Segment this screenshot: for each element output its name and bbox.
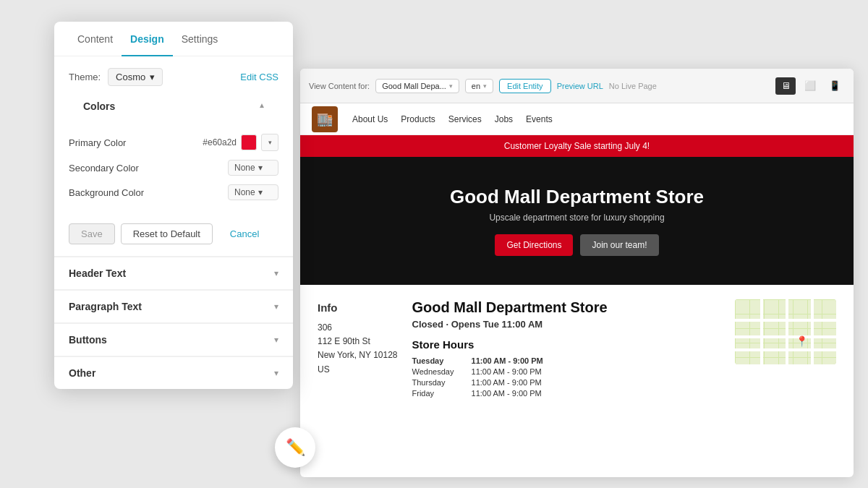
nav-about[interactable]: About Us [352, 114, 388, 124]
theme-left: Theme: Cosmo ▾ [69, 68, 163, 86]
tab-design-label: Design [130, 33, 164, 45]
hours-time-3: 11:00 AM - 9:00 PM [472, 389, 542, 398]
map-thumbnail: 📍 [735, 299, 836, 364]
tab-settings[interactable]: Settings [173, 22, 227, 56]
tablet-icon[interactable]: ⬜ [800, 77, 820, 95]
primary-color-right: #e60a2d ▾ [203, 134, 278, 151]
theme-row: Theme: Cosmo ▾ Edit CSS [69, 68, 278, 86]
save-button[interactable]: Save [69, 223, 115, 244]
hours-row-thu: Thursday 11:00 AM - 9:00 PM [412, 378, 720, 387]
header-text-title: Header Text [69, 267, 126, 279]
paragraph-text-section: Paragraph Text ▾ [54, 289, 293, 322]
buttons-section: Buttons ▾ [54, 322, 293, 356]
tab-settings-label: Settings [182, 33, 218, 45]
panel-tabs: Content Design Settings [54, 22, 293, 56]
address-line1: 306 [318, 321, 398, 335]
map-road-v2 [786, 299, 788, 364]
store-info-section: Info 306 112 E 90th St New York, NY 1012… [300, 285, 854, 414]
hours-time-2: 11:00 AM - 9:00 PM [472, 378, 542, 387]
background-color-dropdown[interactable]: None ▾ [228, 184, 278, 200]
hero-section: Good Mall Department Store Upscale depar… [300, 157, 854, 285]
theme-select[interactable]: Cosmo ▾ [108, 68, 163, 86]
buttons-chevron-icon: ▾ [274, 335, 278, 345]
background-color-label: Background Color [69, 187, 144, 198]
nav-products[interactable]: Products [401, 114, 435, 124]
hours-title: Store Hours [412, 338, 720, 351]
address-section: Info 306 112 E 90th St New York, NY 1012… [318, 299, 398, 400]
paragraph-text-header[interactable]: Paragraph Text ▾ [54, 290, 293, 322]
theme-chevron-icon: ▾ [150, 72, 155, 82]
reset-button[interactable]: Reset to Default [121, 223, 213, 244]
promo-banner: Customer Loyalty Sale starting July 4! [300, 135, 854, 157]
colors-body: Primary Color #e60a2d ▾ Secondary Color … [54, 134, 293, 221]
site-nav: 🏬 About Us Products Services Jobs Events [300, 103, 854, 135]
store-dropdown[interactable]: Good Mall Depa... ▾ [375, 79, 459, 93]
map-grid: 📍 [735, 299, 836, 364]
secondary-color-row: Secondary Color None ▾ [69, 160, 278, 176]
colors-section-header[interactable]: Colors ▾ [69, 98, 278, 122]
background-color-right: None ▾ [228, 184, 278, 200]
header-text-header[interactable]: Header Text ▾ [54, 257, 293, 289]
header-text-chevron-icon: ▾ [274, 268, 278, 278]
primary-color-row: Primary Color #e60a2d ▾ [69, 134, 278, 151]
hero-title: Good Mall Department Store [315, 186, 839, 208]
fab-edit-icon: ✏️ [286, 438, 305, 457]
lang-dropdown-chevron: ▾ [483, 82, 487, 90]
other-section: Other ▾ [54, 356, 293, 389]
store-dropdown-chevron: ▾ [449, 82, 453, 90]
hours-row-tue: Tuesday 11:00 AM - 9:00 PM [412, 356, 720, 365]
paragraph-text-title: Paragraph Text [69, 301, 142, 312]
primary-color-value: #e60a2d [203, 137, 237, 147]
tab-content-label: Content [77, 33, 113, 45]
panel-body: Theme: Cosmo ▾ Edit CSS Colors ▾ [54, 56, 293, 134]
tab-design[interactable]: Design [122, 22, 173, 56]
other-section-title: Other [69, 367, 95, 379]
hours-day-0: Tuesday [412, 356, 463, 365]
secondary-color-dropdown[interactable]: None ▾ [228, 160, 278, 176]
primary-color-dropdown[interactable]: ▾ [261, 134, 278, 151]
join-team-button[interactable]: Join our team! [580, 234, 658, 256]
promo-text: Customer Loyalty Sale starting July 4! [504, 141, 650, 151]
design-panel: Content Design Settings Theme: Cosmo ▾ E… [54, 22, 293, 389]
edit-entity-button[interactable]: Edit Entity [499, 79, 551, 93]
cancel-button[interactable]: Cancel [218, 223, 271, 244]
address-line3: New York, NY 10128 [318, 348, 398, 362]
primary-color-swatch[interactable] [241, 134, 257, 150]
mobile-icon[interactable]: 📱 [825, 77, 845, 95]
hours-time-0: 11:00 AM - 9:00 PM [472, 356, 543, 365]
buttons-section-title: Buttons [69, 334, 107, 346]
site-logo: 🏬 [312, 106, 338, 132]
map-road-v3 [811, 299, 814, 364]
nav-events[interactable]: Events [526, 114, 553, 124]
action-buttons: Save Reset to Default Cancel [54, 221, 293, 256]
hours-row-wed: Wednesday 11:00 AM - 9:00 PM [412, 367, 720, 376]
background-color-value: None [234, 187, 255, 197]
other-section-header[interactable]: Other ▾ [54, 356, 293, 389]
background-color-row: Background Color None ▾ [69, 184, 278, 200]
hours-day-3: Friday [412, 389, 463, 398]
secondary-color-right: None ▾ [228, 160, 278, 176]
lang-dropdown[interactable]: en ▾ [465, 79, 493, 93]
tab-content[interactable]: Content [69, 22, 122, 56]
hours-table: Tuesday 11:00 AM - 9:00 PM Wednesday 11:… [412, 356, 720, 398]
buttons-section-header[interactable]: Buttons ▾ [54, 323, 293, 356]
map-pin: 📍 [796, 335, 808, 347]
device-icons: 🖥 ⬜ 📱 [775, 77, 845, 95]
get-directions-button[interactable]: Get Directions [495, 234, 573, 256]
paragraph-text-chevron-icon: ▾ [274, 301, 278, 312]
edit-css-button[interactable]: Edit CSS [240, 72, 278, 82]
theme-value: Cosmo [116, 72, 145, 82]
store-main-title: Good Mall Department Store [412, 299, 720, 316]
desktop-icon[interactable]: 🖥 [775, 77, 796, 95]
nav-jobs[interactable]: Jobs [495, 114, 513, 124]
hours-time-1: 11:00 AM - 9:00 PM [472, 367, 542, 376]
browser-toolbar: View Content for: Good Mall Depa... ▾ en… [300, 69, 854, 103]
colors-title: Colors [83, 100, 115, 112]
store-hours-section: Store Hours Tuesday 11:00 AM - 9:00 PM W… [412, 338, 720, 398]
colors-chevron-icon: ▾ [260, 101, 264, 111]
nav-services[interactable]: Services [448, 114, 482, 124]
other-chevron-icon: ▾ [274, 368, 278, 378]
info-title: Info [318, 299, 398, 317]
preview-url-button[interactable]: Preview URL [557, 82, 603, 90]
fab-button[interactable]: ✏️ [275, 427, 315, 468]
